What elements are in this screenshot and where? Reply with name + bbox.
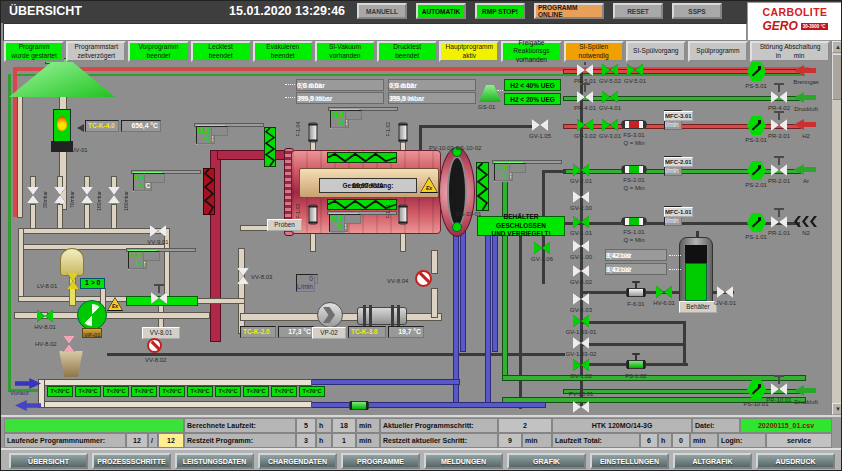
gv-1.01-valve[interactable] xyxy=(573,216,589,228)
valve-valve[interactable] xyxy=(27,187,39,203)
f-1.03-valve[interactable] xyxy=(309,205,318,225)
heating-element xyxy=(476,162,489,211)
valve-valve[interactable] xyxy=(67,273,79,289)
pr-10.01-valve[interactable] xyxy=(771,383,787,395)
status-button-6[interactable]: SI-Vakuumvorhanden xyxy=(315,41,375,62)
proben-button[interactable]: Proben xyxy=(267,219,302,231)
status-button-13[interactable]: Störung Abschaltungin min xyxy=(750,41,830,62)
nav-meldungen[interactable]: MELDUNGEN xyxy=(424,453,503,469)
status-button-4[interactable]: Lecktestbeendet xyxy=(191,41,251,62)
nav-leistungsdaten[interactable]: LEISTUNGSDATEN xyxy=(175,453,254,469)
mfc-1.01-button[interactable]: MFC-1.01 xyxy=(664,207,693,217)
gv-6.02-valve[interactable] xyxy=(573,265,589,277)
gv-1.06-valve[interactable] xyxy=(534,242,550,254)
gv-5.01-valve[interactable] xyxy=(627,64,643,76)
valve-label: GV-2.01 xyxy=(563,178,599,184)
scroll-thumb[interactable] xyxy=(832,54,842,100)
status-button-3[interactable]: Vorprogrammbeendet xyxy=(128,41,188,62)
vp-02-button[interactable]: VP-02 xyxy=(312,327,346,339)
laufzeit-total-hours: 6 xyxy=(640,433,658,448)
carbolite-gero-logo: CARBOLITE GERO 30-3000 °C xyxy=(747,2,842,41)
programmnummer-total: 12 xyxy=(158,433,184,448)
status-button-5[interactable]: Evakuierenbeendet xyxy=(253,41,313,62)
ssps-button[interactable]: SSPS xyxy=(672,3,722,19)
status-line: in min xyxy=(776,52,805,60)
hv-8.01-valve[interactable] xyxy=(37,310,53,322)
flow-value: 0 L/min xyxy=(296,274,315,292)
hv-8.02-valve[interactable] xyxy=(63,336,75,352)
gv-1.03-02-valve[interactable] xyxy=(573,337,589,349)
pipe xyxy=(493,231,497,351)
nav-übersicht[interactable]: ÜBERSICHT xyxy=(9,453,88,469)
flow-sensor-label: FS-3.01 xyxy=(614,132,654,138)
mfc-3.01-button[interactable]: MFC-3.01 xyxy=(664,111,693,121)
f-1.04-valve[interactable] xyxy=(309,123,318,143)
scroll-up-icon[interactable]: ▲ xyxy=(832,41,842,53)
automatik-button[interactable]: AUTOMATIK xyxy=(416,3,466,19)
fs-2.01-flow-sensor xyxy=(621,165,647,174)
pr-1.01-valve[interactable] xyxy=(771,216,787,228)
manuell-button[interactable]: MANUELL xyxy=(357,3,407,19)
gv-6.01-valve[interactable] xyxy=(717,286,733,298)
rmp-stop--button[interactable]: RMP STOP! xyxy=(475,3,525,19)
scroll-down-icon[interactable]: ▼ xyxy=(832,403,842,415)
valve-valve[interactable] xyxy=(81,187,93,203)
message-bar[interactable] xyxy=(3,23,747,41)
f-1.02-valve[interactable] xyxy=(399,123,408,143)
mfc-2.01-button[interactable]: MFC-2.01 xyxy=(664,157,693,167)
gv-4.01-valve[interactable] xyxy=(602,91,618,103)
status-button-1[interactable]: Programmwurde gestartet xyxy=(4,41,64,62)
gv-5.02-valve[interactable] xyxy=(602,64,618,76)
status-button-10[interactable]: SI-Spülennotwendig xyxy=(564,41,624,62)
pr-2.01-valve[interactable] xyxy=(771,164,787,176)
fs-1.02-valve[interactable] xyxy=(626,360,646,369)
nav-einstellungen[interactable]: EINSTELLUNGEN xyxy=(590,453,669,469)
nav-ausdruck[interactable]: AUSDRUCK xyxy=(756,453,835,469)
gv-1.00-valve[interactable] xyxy=(573,240,589,252)
status-button-11[interactable]: SI-Spülvorgang xyxy=(626,41,686,62)
valve-label: GV-2.00 xyxy=(563,205,599,211)
gate-valve[interactable] xyxy=(349,401,369,410)
status-button-7[interactable]: Drucktestbeendet xyxy=(377,41,437,62)
nav-altgrafik[interactable]: ALTGRAFIK xyxy=(673,453,752,469)
gate-label: F-1.03 xyxy=(296,204,301,218)
gv-1.02-valve[interactable] xyxy=(573,359,589,371)
pipe xyxy=(311,403,545,407)
pr-5.01-valve[interactable] xyxy=(577,64,593,76)
vv-9.01-valve[interactable] xyxy=(150,225,166,237)
reset-button[interactable]: RESET xyxy=(613,3,663,19)
gv-1.03-01-valve[interactable] xyxy=(573,315,589,327)
nav-grafik[interactable]: GRAFIK xyxy=(507,453,586,469)
valve-valve[interactable] xyxy=(54,187,66,203)
lv-vessel xyxy=(60,248,84,276)
gv-2.01-valve[interactable] xyxy=(573,164,589,176)
status-button-2[interactable]: Programmstartzeitverzögert xyxy=(66,41,126,62)
flange-bar xyxy=(397,305,400,327)
valve-valve[interactable] xyxy=(108,187,120,203)
fs-3.01-flow-sensor xyxy=(621,120,647,129)
pv-10.01-valve[interactable] xyxy=(573,401,589,413)
programm-online-button[interactable]: PROGRAMM ONLINE xyxy=(534,3,604,19)
status-button-8[interactable]: Hauptprogrammaktiv xyxy=(439,41,499,62)
f-6.01-valve[interactable] xyxy=(626,288,646,297)
pr-4.02-valve[interactable] xyxy=(771,91,787,103)
pr-4.01-valve[interactable] xyxy=(577,91,593,103)
gv-2.00-valve[interactable] xyxy=(573,191,589,203)
gv-1.05-valve[interactable] xyxy=(532,119,548,131)
status-button-9[interactable]: Freigabe Reaktionsgsvorhanden xyxy=(501,41,561,62)
gv-3.02-valve[interactable] xyxy=(577,119,593,131)
vv-8.01-button[interactable]: VV-8.01 xyxy=(142,327,180,339)
vv-8.03-valve[interactable] xyxy=(237,268,249,284)
diagram-scrollbar[interactable]: ▲ ▼ xyxy=(831,41,842,415)
pr-3.01-valve[interactable] xyxy=(771,119,787,131)
valve-handle-icon xyxy=(778,377,780,384)
gv-6.03-valve[interactable] xyxy=(573,293,589,305)
status-button-12[interactable]: Spülprogramm xyxy=(688,41,748,62)
gv-3.01-valve[interactable] xyxy=(602,119,618,131)
f-1.01-valve[interactable] xyxy=(399,205,408,225)
nav-programme[interactable]: PROGRAMME xyxy=(341,453,420,469)
nav-prozessschritte[interactable]: PROZESSSCHRITTE xyxy=(92,453,171,469)
valve-valve[interactable] xyxy=(151,292,167,304)
hv-6.01-valve[interactable] xyxy=(656,286,672,298)
nav-chargendaten[interactable]: CHARGENDATEN xyxy=(258,453,337,469)
